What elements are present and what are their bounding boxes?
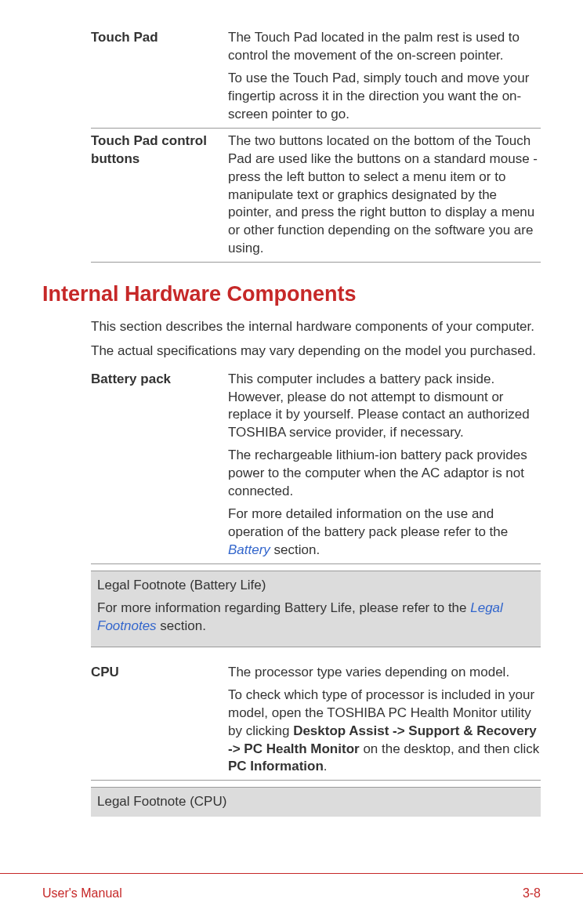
table-row: Battery pack This computer includes a ba… (91, 367, 541, 564)
desc-battery: This computer includes a battery pack in… (228, 367, 541, 564)
legal-battery-title: Legal Footnote (Battery Life) (97, 577, 534, 595)
touchpad-para-2: To use the Touch Pad, simply touch and m… (228, 70, 541, 124)
term-cpu: CPU (91, 660, 228, 781)
term-battery: Battery pack (91, 367, 228, 564)
desc-touchpad-buttons: The two buttons located on the bottom of… (228, 128, 541, 263)
touchpad-buttons-para: The two buttons located on the bottom of… (228, 132, 541, 259)
term-touchpad-buttons: Touch Pad control buttons (91, 128, 228, 263)
battery-table: Battery pack This computer includes a ba… (91, 367, 541, 564)
battery-link[interactable]: Battery (228, 542, 270, 557)
cpu-para-2: To check which type of processor is incl… (228, 687, 541, 777)
footer-manual-title: User's Manual (42, 885, 122, 902)
cpu-para-1: The processor type varies depending on m… (228, 664, 541, 682)
cpu-table: CPU The processor type varies depending … (91, 660, 541, 781)
desc-touchpad: The Touch Pad located in the palm rest i… (228, 25, 541, 128)
term-touchpad: Touch Pad (91, 25, 228, 128)
page-footer: User's Manual 3-8 (0, 873, 583, 924)
battery-para-3: For more detailed information on the use… (228, 505, 541, 560)
legal-footnote-cpu: Legal Footnote (CPU) (91, 787, 541, 817)
battery-para-2: The rechargeable lithium-ion battery pac… (228, 447, 541, 501)
legal-battery-text: For more information regarding Battery L… (97, 600, 534, 636)
battery-para-1: This computer includes a battery pack in… (228, 371, 541, 443)
touchpad-para-1: The Touch Pad located in the palm rest i… (228, 29, 541, 65)
intro-para-2: The actual specifications may vary depen… (91, 342, 541, 361)
bold-pcinfo: PC Information (228, 759, 324, 774)
legal-cpu-title: Legal Footnote (CPU) (97, 793, 534, 811)
footer-page-number: 3-8 (523, 885, 541, 902)
heading-internal-hardware: Internal Hardware Components (42, 280, 541, 308)
table-row: Touch Pad The Touch Pad located in the p… (91, 25, 541, 128)
legal-footnote-battery: Legal Footnote (Battery Life) For more i… (91, 571, 541, 647)
table-row: CPU The processor type varies depending … (91, 660, 541, 781)
touchpad-table: Touch Pad The Touch Pad located in the p… (91, 25, 541, 263)
table-row: Touch Pad control buttons The two button… (91, 128, 541, 263)
desc-cpu: The processor type varies depending on m… (228, 660, 541, 781)
intro-para-1: This section describes the internal hard… (91, 318, 541, 336)
